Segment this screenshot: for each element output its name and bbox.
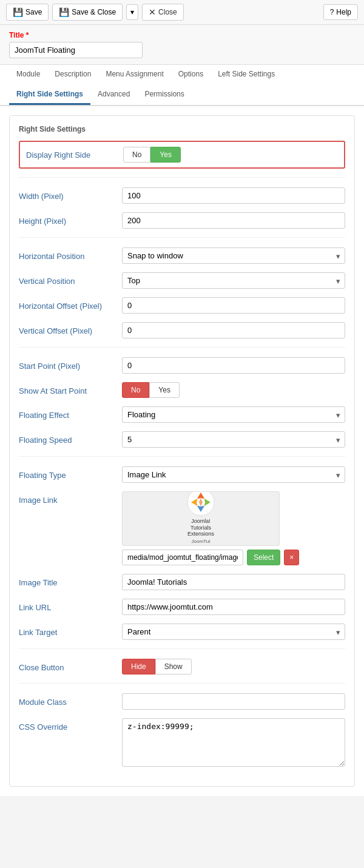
- save-close-icon: 💾: [59, 7, 69, 17]
- section-box: Right Side Settings Display Right Side N…: [9, 115, 355, 787]
- vertical-position-row: Vertical Position Top Middle Bottom: [19, 272, 345, 289]
- horizontal-offset-row: Horizontal Offset (Pixel): [19, 297, 345, 314]
- vertical-position-label: Vertical Position: [19, 272, 122, 286]
- link-target-label: Link Target: [19, 624, 122, 637]
- show-at-start-point-toggle: No Yes: [122, 382, 345, 398]
- save-close-button[interactable]: 💾 Save & Close: [52, 4, 123, 21]
- close-button-label: Close Button: [19, 659, 122, 672]
- height-input[interactable]: [122, 212, 345, 229]
- show-at-start-no[interactable]: No: [122, 382, 149, 398]
- floating-speed-label: Floating Speed: [19, 431, 122, 445]
- css-override-row: CSS Override z-index:99999;: [19, 718, 345, 769]
- start-point-label: Start Point (Pixel): [19, 357, 122, 371]
- image-remove-button[interactable]: ×: [284, 550, 299, 565]
- tabs: Module Description Menu Assignment Optio…: [0, 65, 364, 106]
- width-row: Width (Pixel): [19, 187, 345, 204]
- tab-menu-assignment[interactable]: Menu Assignment: [98, 65, 170, 85]
- image-preview: Joomla!TutorialsExtensions JoomTutFloati…: [122, 491, 280, 546]
- tab-left-side-settings[interactable]: Left Side Settings: [211, 65, 282, 85]
- floating-effect-label: Floating Effect: [19, 406, 122, 420]
- link-url-row: Link URL: [19, 599, 345, 615]
- vertical-offset-row: Vertical Offset (Pixel): [19, 322, 345, 338]
- save-dropdown-button[interactable]: ▾: [126, 4, 138, 20]
- image-select-button[interactable]: Select: [247, 550, 280, 565]
- floating-type-select[interactable]: Image Link HTML Module: [122, 466, 345, 483]
- tab-right-side-settings[interactable]: Right Side Settings: [9, 85, 90, 105]
- module-class-label: Module Class: [19, 693, 122, 707]
- display-right-side-label: Display Right Side: [26, 150, 123, 160]
- link-url-input[interactable]: [122, 599, 345, 615]
- horizontal-position-select[interactable]: Snap to window Fixed Absolute: [122, 247, 345, 264]
- show-at-start-point-label: Show At Start Point: [19, 382, 122, 395]
- display-right-side-toggle: No Yes: [123, 147, 181, 163]
- tab-module[interactable]: Module: [9, 65, 47, 85]
- horizontal-offset-label: Horizontal Offset (Pixel): [19, 297, 122, 311]
- image-title-label: Image Title: [19, 574, 122, 587]
- css-override-label: CSS Override: [19, 718, 122, 732]
- horizontal-position-row: Horizontal Position Snap to window Fixed…: [19, 247, 345, 264]
- image-link-row: Image Link: [19, 491, 345, 565]
- save-close-label: Save & Close: [72, 8, 116, 16]
- joomla-logo-icon: [186, 491, 215, 517]
- height-label: Height (Pixel): [19, 212, 122, 226]
- vertical-offset-label: Vertical Offset (Pixel): [19, 322, 122, 335]
- save-button[interactable]: 💾 Save: [6, 4, 49, 21]
- horizontal-position-label: Horizontal Position: [19, 247, 122, 261]
- css-override-textarea[interactable]: z-index:99999;: [122, 718, 345, 767]
- display-right-side-no[interactable]: No: [123, 147, 150, 163]
- close-icon: ✕: [149, 7, 156, 17]
- image-path-row: Select ×: [122, 550, 345, 565]
- vertical-position-select[interactable]: Top Middle Bottom: [122, 272, 345, 289]
- link-target-select[interactable]: Parent _blank _self _top: [122, 624, 345, 640]
- image-title-input[interactable]: [122, 574, 345, 590]
- width-label: Width (Pixel): [19, 187, 122, 201]
- close-show-btn[interactable]: Show: [155, 659, 192, 675]
- section-title: Right Side Settings: [19, 125, 345, 133]
- horizontal-offset-input[interactable]: [122, 297, 345, 314]
- main-content: Right Side Settings Display Right Side N…: [0, 106, 364, 796]
- start-point-input[interactable]: [122, 357, 345, 374]
- help-icon: ?: [330, 8, 334, 16]
- height-row: Height (Pixel): [19, 212, 345, 229]
- logo-caption: Joomla!TutorialsExtensions: [187, 518, 214, 537]
- tab-permissions[interactable]: Permissions: [137, 85, 191, 105]
- link-url-label: Link URL: [19, 599, 122, 612]
- image-link-label: Image Link: [19, 491, 122, 505]
- help-button[interactable]: ? Help: [323, 4, 358, 20]
- title-label: Title *: [9, 31, 355, 39]
- vertical-offset-input[interactable]: [122, 322, 345, 338]
- close-button-row: Close Button Hide Show: [19, 659, 345, 675]
- floating-effect-select[interactable]: Floating Fixed Scroll: [122, 406, 345, 423]
- save-label: Save: [25, 8, 42, 16]
- display-right-side-row: Display Right Side No Yes: [19, 141, 345, 169]
- save-icon: 💾: [13, 7, 23, 17]
- logo-sub-caption: JoomTutFloating: [192, 539, 211, 546]
- show-at-start-point-row: Show At Start Point No Yes: [19, 382, 345, 398]
- image-title-row: Image Title: [19, 574, 345, 590]
- close-button[interactable]: ✕ Close: [142, 4, 184, 21]
- toolbar: 💾 Save 💾 Save & Close ▾ ✕ Close ? Help: [0, 0, 364, 25]
- tab-options[interactable]: Options: [171, 65, 211, 85]
- display-right-side-yes[interactable]: Yes: [150, 147, 181, 163]
- tab-description[interactable]: Description: [47, 65, 98, 85]
- floating-effect-row: Floating Effect Floating Fixed Scroll: [19, 406, 345, 423]
- close-hide-btn[interactable]: Hide: [122, 659, 155, 675]
- floating-speed-select[interactable]: 1234 5678 910: [122, 431, 345, 448]
- link-target-row: Link Target Parent _blank _self _top: [19, 624, 345, 640]
- module-class-input[interactable]: [122, 693, 345, 710]
- tab-advanced[interactable]: Advanced: [90, 85, 137, 105]
- floating-type-row: Floating Type Image Link HTML Module: [19, 466, 345, 483]
- help-label: Help: [336, 8, 351, 16]
- close-label: Close: [158, 8, 177, 16]
- title-area: Title *: [0, 25, 364, 65]
- title-input[interactable]: [9, 42, 143, 58]
- floating-type-label: Floating Type: [19, 466, 122, 480]
- show-at-start-yes[interactable]: Yes: [149, 382, 180, 398]
- width-input[interactable]: [122, 187, 345, 204]
- start-point-row: Start Point (Pixel): [19, 357, 345, 374]
- floating-speed-row: Floating Speed 1234 5678 910: [19, 431, 345, 448]
- image-path-input[interactable]: [122, 550, 243, 565]
- module-class-row: Module Class: [19, 693, 345, 710]
- close-button-toggle: Hide Show: [122, 659, 345, 675]
